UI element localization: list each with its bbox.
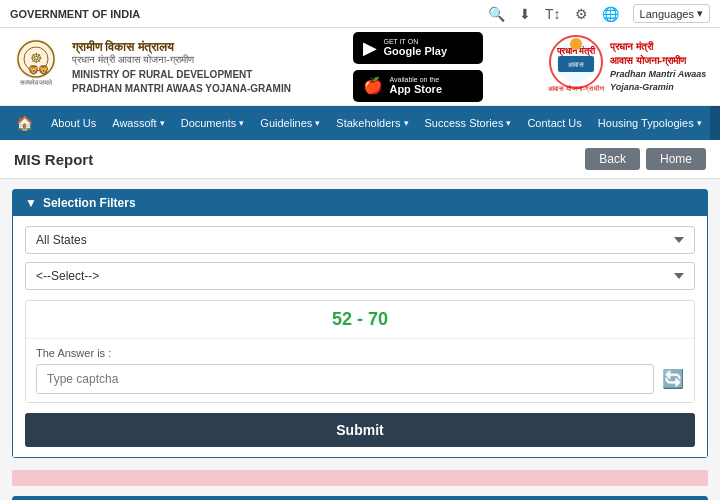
chevron-down-icon: ▾ [160, 118, 165, 128]
page-actions: Back Home [585, 148, 706, 170]
home-button[interactable]: Home [646, 148, 706, 170]
page-header: MIS Report Back Home [0, 140, 720, 179]
top-utility-bar: GOVERNMENT OF INDIA 🔍 ⬇ T↕ ⚙ 🌐 Languages… [0, 0, 720, 28]
search-icon[interactable]: 🔍 [488, 6, 505, 22]
nav-stakeholders[interactable]: Stakeholders ▾ [328, 106, 416, 140]
top-actions: 🔍 ⬇ T↕ ⚙ 🌐 Languages ▾ [488, 4, 710, 23]
nav-home-icon[interactable]: 🏠 [6, 106, 43, 140]
app-store-badge[interactable]: 🍎 Available on the App Store [353, 70, 483, 102]
chevron-down-icon: ▾ [506, 118, 511, 128]
captcha-answer-area: The Answer is : 🔄 [26, 339, 694, 402]
chevron-down-icon: ▾ [239, 118, 244, 128]
svg-text:आवास योजना-ग्रामीण: आवास योजना-ग्रामीण [548, 84, 605, 93]
download-icon[interactable]: ⬇ [519, 6, 531, 22]
second-select[interactable]: <--Select--> [25, 262, 695, 290]
ministry-hindi-name: ग्रामीण विकास मंत्रालय [72, 40, 291, 54]
svg-point-12 [570, 38, 582, 50]
pmay-logo: प्रधान मंत्री आवास आवास योजना-ग्रामीण प्… [546, 34, 710, 99]
captcha-question: 52 - 70 [26, 301, 694, 339]
chevron-down-icon: ▾ [697, 118, 702, 128]
language-button[interactable]: Languages ▾ [633, 4, 710, 23]
captcha-input-row: 🔄 [36, 364, 684, 394]
nav-awassoft[interactable]: Awassoft ▾ [104, 106, 172, 140]
nav-contact-us[interactable]: Contact Us [519, 106, 589, 140]
report-panel: ⊞ H.1 Rural Housing Report [12, 496, 708, 500]
error-bar [12, 470, 708, 486]
nav-housing-typologies[interactable]: Housing Typologies ▾ [590, 106, 710, 140]
header-left: ☸ सत्यमेव जयते 🦁 🦁 ग्रामीण विकास मंत्राल… [10, 37, 291, 97]
pmay-text: प्रधान मंत्री आवास योजना-ग्रामीण Pradhan… [610, 40, 710, 93]
captcha-section: 52 - 70 The Answer is : 🔄 [25, 300, 695, 403]
nav-guidelines[interactable]: Guidelines ▾ [252, 106, 328, 140]
filters-header: ▼ Selection Filters [13, 190, 707, 216]
back-button[interactable]: Back [585, 148, 640, 170]
svg-text:🦁: 🦁 [38, 64, 50, 76]
scheme-eng-name: PRADHAN MANTRI AWAAS YOJANA-GRAMIN [72, 83, 291, 94]
pmay-emblem-svg: प्रधान मंत्री आवास आवास योजना-ग्रामीण [546, 34, 606, 99]
svg-text:सत्यमेव जयते: सत्यमेव जयते [19, 78, 54, 87]
captcha-input[interactable] [36, 364, 654, 394]
submit-row: Submit [25, 413, 695, 447]
site-title: GOVERNMENT OF INDIA [10, 8, 140, 20]
google-play-icon: ▶ [363, 37, 377, 59]
selection-filters-panel: ▼ Selection Filters All States <--Select… [12, 189, 708, 458]
main-navbar: 🏠 About Us Awassoft ▾ Documents ▾ Guidel… [0, 106, 720, 140]
nav-about-us[interactable]: About Us [43, 106, 104, 140]
pmay-logo-area: प्रधान मंत्री आवास आवास योजना-ग्रामीण प्… [546, 34, 710, 99]
state-select[interactable]: All States [25, 226, 695, 254]
chevron-down-icon: ▾ [315, 118, 320, 128]
chevron-down-icon: ▾ [404, 118, 409, 128]
nav-success-stories[interactable]: Success Stories ▾ [417, 106, 520, 140]
language-label: Languages [640, 8, 694, 20]
ministry-eng-name: MINISTRY OF RURAL DEVELOPMENT [72, 69, 291, 80]
submit-button[interactable]: Submit [25, 413, 695, 447]
google-play-badge[interactable]: ▶ GET IT ON Google Play [353, 32, 483, 64]
page-title: MIS Report [14, 151, 93, 168]
main-content: ▼ Selection Filters All States <--Select… [0, 179, 720, 500]
svg-text:☸: ☸ [30, 50, 43, 66]
app-store-text: Available on the App Store [389, 76, 442, 95]
nav-documents[interactable]: Documents ▾ [173, 106, 253, 140]
apple-icon: 🍎 [363, 76, 383, 95]
chevron-down-icon: ▾ [697, 7, 703, 20]
nav-analytics-dashboard[interactable]: Analytics Dashboard [710, 106, 720, 140]
globe-icon[interactable]: 🌐 [602, 6, 619, 22]
svg-text:आवास: आवास [568, 61, 584, 68]
google-play-text: GET IT ON Google Play [383, 38, 447, 57]
filter-icon: ▼ [25, 196, 37, 210]
scheme-hindi-name: प्रधान मंत्री आवास योजना-ग्रामीण [72, 54, 291, 66]
ministry-text-block: ग्रामीण विकास मंत्रालय प्रधान मंत्री आवा… [72, 40, 291, 94]
government-emblem: ☸ सत्यमेव जयते 🦁 🦁 [10, 37, 62, 97]
settings-icon[interactable]: ⚙ [575, 6, 588, 22]
text-size-icon[interactable]: T↕ [545, 6, 561, 22]
filters-body: All States <--Select--> 52 - 70 The Answ… [13, 216, 707, 457]
captcha-label: The Answer is : [36, 347, 684, 359]
site-header: ☸ सत्यमेव जयते 🦁 🦁 ग्रामीण विकास मंत्राल… [0, 28, 720, 106]
app-badges: ▶ GET IT ON Google Play 🍎 Available on t… [353, 32, 483, 102]
refresh-icon[interactable]: 🔄 [662, 368, 684, 390]
